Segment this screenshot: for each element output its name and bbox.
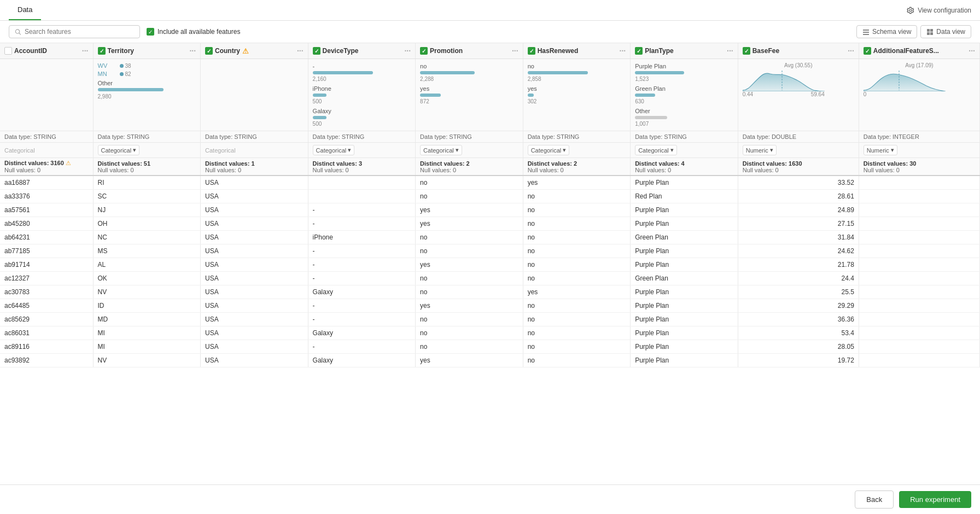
stats-bar-row: WV 38 MN 82 Other 2,980: [0, 59, 980, 131]
ctype-select-basefee[interactable]: Numeric ▾: [743, 145, 777, 155]
view-config-button[interactable]: View configuration: [907, 7, 971, 14]
distinct-additionalfeatures: Distinct values: 30 Null values: 0: [859, 158, 979, 176]
cell-country: USA: [201, 190, 308, 203]
additionalfeatures-histogram: [864, 69, 946, 91]
cell-additionalfeatures: [859, 231, 979, 244]
col-menu-accountid[interactable]: ···: [82, 46, 89, 55]
col-header-devicetype: ✓ DeviceType ···: [308, 43, 416, 59]
cell-basefee: 24.62: [738, 244, 859, 258]
table-row: aa57561 NJ USA - yes no Purple Plan 24.8…: [0, 203, 980, 217]
cell-territory: ID: [93, 299, 201, 313]
cell-accountid: ab45280: [0, 217, 93, 231]
col-header-hasrenewed: ✓ HasRenewed ···: [523, 43, 631, 59]
ctype-select-hasrenewed[interactable]: Categorical ▾: [528, 145, 570, 155]
data-view-button[interactable]: Data view: [920, 25, 971, 38]
col-header-country: ✓ Country ⚠ ···: [201, 43, 308, 59]
cell-plantype: Purple Plan: [631, 326, 738, 340]
ctype-select-territory[interactable]: Categorical ▾: [98, 145, 140, 155]
ctype-select-promotion[interactable]: Categorical ▾: [420, 145, 462, 155]
col-check-hasrenewed[interactable]: ✓: [528, 47, 535, 55]
col-check-devicetype[interactable]: ✓: [313, 47, 320, 55]
cell-basefee: 33.52: [738, 176, 859, 190]
search-box[interactable]: [9, 25, 140, 38]
cell-plantype: Purple Plan: [631, 203, 738, 217]
col-menu-hasrenewed[interactable]: ···: [620, 46, 626, 55]
col-check-additionalfeatures[interactable]: ✓: [864, 47, 871, 55]
col-check-plantype[interactable]: ✓: [635, 47, 643, 55]
cell-accountid: ab77185: [0, 244, 93, 258]
svg-rect-7: [930, 32, 933, 35]
cell-devicetype: [308, 190, 416, 203]
col-menu-territory[interactable]: ···: [189, 46, 196, 55]
cell-territory: MI: [93, 340, 201, 354]
cell-country: USA: [201, 285, 308, 299]
cell-territory: NC: [93, 231, 201, 244]
ctype-hasrenewed: Categorical ▾: [523, 143, 631, 158]
cell-basefee: 27.15: [738, 217, 859, 231]
stats-territory: WV 38 MN 82 Other 2,980: [93, 59, 201, 131]
col-menu-plantype[interactable]: ···: [727, 46, 733, 55]
cell-additionalfeatures: [859, 340, 979, 354]
cell-plantype: Purple Plan: [631, 354, 738, 367]
cell-accountid: ab91714: [0, 258, 93, 272]
cell-hasrenewed: no: [523, 217, 631, 231]
cell-plantype: Purple Plan: [631, 340, 738, 354]
table-row: ab77185 MS USA - no no Purple Plan 24.62: [0, 244, 980, 258]
cell-territory: MI: [93, 326, 201, 340]
distinct-row: Distinct values: 3160 ⚠ Null values: 0 D…: [0, 158, 980, 176]
cell-country: USA: [201, 272, 308, 285]
cell-additionalfeatures: [859, 176, 979, 190]
col-check-basefee[interactable]: ✓: [743, 47, 750, 55]
col-menu-devicetype[interactable]: ···: [404, 46, 411, 55]
schema-view-button[interactable]: Schema view: [856, 25, 917, 38]
col-menu-promotion[interactable]: ···: [512, 46, 518, 55]
col-menu-additionalfeatures[interactable]: ···: [969, 46, 975, 55]
col-check-territory[interactable]: ✓: [98, 47, 106, 55]
include-all-checkbox[interactable]: ✓: [147, 28, 154, 36]
col-check-country[interactable]: ✓: [205, 47, 213, 55]
cell-additionalfeatures: [859, 258, 979, 272]
dtype-basefee: Data type: DOUBLE: [738, 131, 859, 143]
cell-devicetype: -: [308, 258, 416, 272]
basefee-histogram: [743, 69, 825, 91]
stats-promotion: no 2,288 yes 872: [416, 59, 523, 131]
col-check-promotion[interactable]: ✓: [420, 47, 428, 55]
ctype-additionalfeatures: Numeric ▾: [859, 143, 979, 158]
data-type-row: Data type: STRING Data type: STRING Data…: [0, 131, 980, 143]
cell-territory: AL: [93, 258, 201, 272]
cell-devicetype: -: [308, 299, 416, 313]
cell-basefee: 36.36: [738, 313, 859, 326]
cell-accountid: ac89116: [0, 340, 93, 354]
ctype-select-devicetype[interactable]: Categorical ▾: [313, 145, 355, 155]
cell-promotion: no: [416, 285, 523, 299]
data-table-container[interactable]: AccountID ··· ✓ Territory ··· ✓: [0, 43, 980, 482]
cell-promotion: no: [416, 176, 523, 190]
tab-data[interactable]: Data: [9, 0, 41, 20]
col-check-accountid[interactable]: [4, 47, 12, 55]
cell-additionalfeatures: [859, 299, 979, 313]
cell-country: USA: [201, 354, 308, 367]
distinct-country: Distinct values: 1 Null values: 0: [201, 158, 308, 176]
table-row: ab64231 NC USA iPhone no no Green Plan 3…: [0, 231, 980, 244]
cell-devicetype: iPhone: [308, 231, 416, 244]
cell-country: USA: [201, 313, 308, 326]
ctype-select-additionalfeatures[interactable]: Numeric ▾: [864, 145, 897, 155]
cell-hasrenewed: no: [523, 299, 631, 313]
cell-accountid: ac93892: [0, 354, 93, 367]
ctype-select-plantype[interactable]: Categorical ▾: [635, 145, 677, 155]
stats-devicetype: - 2,160 iPhone 500 Galaxy 500: [308, 59, 416, 131]
distinct-hasrenewed: Distinct values: 2 Null values: 0: [523, 158, 631, 176]
col-menu-basefee[interactable]: ···: [848, 46, 854, 55]
cell-hasrenewed: no: [523, 203, 631, 217]
cell-plantype: Purple Plan: [631, 299, 738, 313]
cell-territory: NV: [93, 354, 201, 367]
search-input[interactable]: [25, 28, 134, 36]
cell-plantype: Purple Plan: [631, 258, 738, 272]
cell-hasrenewed: no: [523, 313, 631, 326]
cell-basefee: 31.84: [738, 231, 859, 244]
col-menu-country[interactable]: ···: [297, 46, 304, 55]
data-view-icon: [926, 28, 934, 36]
table-row: ab91714 AL USA - yes no Purple Plan 21.7…: [0, 258, 980, 272]
stats-accountid: [0, 59, 93, 131]
cell-promotion: no: [416, 272, 523, 285]
